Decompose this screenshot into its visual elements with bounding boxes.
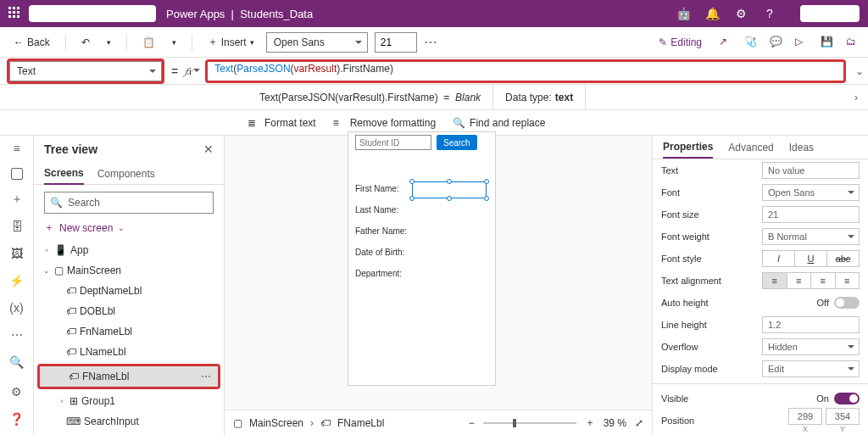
- bell-icon[interactable]: 🔔: [705, 7, 719, 20]
- paste-button[interactable]: 📋: [137, 34, 160, 51]
- hamburger-icon[interactable]: ≡: [9, 141, 25, 156]
- find-replace-button[interactable]: 🔍Find and replace: [453, 117, 545, 129]
- virtual-agent-icon[interactable]: ❓: [9, 411, 25, 427]
- tree-title: Tree view: [44, 142, 203, 156]
- checker-icon[interactable]: 🩺: [744, 36, 758, 49]
- form-label: Date of Birth:: [355, 248, 488, 257]
- selected-control[interactable]: [412, 181, 487, 198]
- equals-sign: =: [171, 64, 178, 78]
- fontsize-input[interactable]: [375, 32, 417, 53]
- more-rail-icon[interactable]: ⋯: [9, 327, 25, 343]
- left-rail: ≡ ＋ 🗄 🖼 ⚡ (x) ⋯ 🔍 ⚙ ❓: [0, 136, 34, 435]
- gear-icon[interactable]: ⚙: [734, 7, 748, 20]
- tree-node-mainscreen[interactable]: ⌄▢ MainScreen: [34, 260, 224, 281]
- zoom-in-icon[interactable]: ＋: [585, 415, 595, 430]
- tree-node-selected[interactable]: 🏷 FNameLbl⋯: [40, 366, 218, 387]
- environment-pill[interactable]: [29, 5, 156, 22]
- formula-bar: Text = 𝑓𝑥 Text(ParseJSON(varResult).Firs…: [0, 58, 868, 85]
- fx-icon[interactable]: 𝑓𝑥: [185, 65, 192, 77]
- tab-components[interactable]: Components: [97, 163, 155, 185]
- form-label: Last Name:: [355, 205, 488, 215]
- editing-mode[interactable]: ✎ Editing: [654, 34, 707, 51]
- tree-node[interactable]: ⌨ SearchInput: [34, 411, 224, 432]
- data-icon[interactable]: 🗄: [9, 219, 25, 234]
- formula-input[interactable]: Text(ParseJSON(varResult).FirstName): [208, 63, 843, 80]
- breadcrumb-main[interactable]: MainScreen: [249, 417, 303, 429]
- help-icon[interactable]: ?: [763, 7, 776, 20]
- tree-icon[interactable]: [11, 168, 23, 180]
- prop-overflow[interactable]: Hidden: [762, 338, 860, 355]
- command-bar: ← Back ↶ ▾ 📋 ▾ ＋ Insert ▾ Open Sans ⋯ ✎ …: [0, 27, 868, 58]
- paste-split[interactable]: ▾: [167, 36, 181, 49]
- prop-fontweight[interactable]: B Normal: [762, 228, 860, 245]
- fullscreen-icon[interactable]: ⤢: [635, 417, 643, 429]
- new-screen-button[interactable]: ＋ New screen ⌄: [34, 219, 224, 240]
- user-pill[interactable]: [800, 5, 860, 22]
- form-label: Father Name:: [355, 226, 488, 236]
- media-icon[interactable]: 🖼: [9, 246, 25, 261]
- prop-fontsize[interactable]: 21: [762, 206, 860, 223]
- breadcrumb-bar: ▢MainScreen › 🏷FNameLbl − ＋ 39 % ⤢: [225, 410, 652, 435]
- prop-pos-x[interactable]: 299: [788, 408, 822, 425]
- settings-icon[interactable]: ⚙: [9, 384, 25, 399]
- tab-screens[interactable]: Screens: [44, 163, 84, 185]
- prop-visible-toggle[interactable]: [834, 393, 860, 404]
- prop-pos-y[interactable]: 354: [826, 408, 860, 425]
- prop-lineheight[interactable]: 1.2: [762, 316, 860, 333]
- remove-formatting-button[interactable]: ≡Remove formatting: [333, 117, 436, 129]
- tab-ideas[interactable]: Ideas: [789, 136, 814, 159]
- undo-split[interactable]: ▾: [102, 36, 116, 49]
- canvas-area[interactable]: Search First Name: Last Name: Father Nam…: [225, 136, 652, 435]
- tree-node[interactable]: 🏷 LNameLbl: [34, 342, 224, 362]
- tree-search-input[interactable]: 🔍 Search: [44, 192, 214, 214]
- prop-autoheight-toggle[interactable]: [834, 297, 860, 309]
- tab-advanced[interactable]: Advanced: [728, 136, 773, 159]
- tree-node-app[interactable]: ›📱 App: [34, 240, 224, 260]
- more-icon[interactable]: ⋯: [424, 34, 437, 50]
- tree-panel: Tree view ✕ Screens Components 🔍 Search …: [34, 136, 225, 435]
- font-dropdown[interactable]: Open Sans: [266, 32, 368, 53]
- prop-fontstyle[interactable]: IUabc: [762, 250, 860, 267]
- result-bar: Text(ParseJSON(varResult).FirstName) = B…: [0, 85, 868, 110]
- node-more-icon[interactable]: ⋯: [201, 371, 211, 382]
- tree-node[interactable]: 🏷 FnNameLbl: [34, 321, 224, 342]
- zoom-slider[interactable]: [483, 422, 576, 424]
- form-label: Department:: [355, 269, 488, 278]
- breadcrumb-selected[interactable]: FNameLbl: [337, 417, 384, 429]
- prop-textalign[interactable]: ≡≡≡≡: [762, 272, 860, 289]
- bot-icon[interactable]: 🤖: [676, 7, 690, 20]
- undo-button[interactable]: ↶: [76, 34, 95, 51]
- search-rail-icon[interactable]: 🔍: [9, 354, 25, 370]
- insert-icon[interactable]: ＋: [9, 192, 25, 207]
- publish-icon[interactable]: 🗂: [846, 36, 860, 49]
- studentid-input[interactable]: [355, 135, 431, 150]
- prop-text-value[interactable]: No value: [762, 162, 860, 179]
- properties-panel: Properties Advanced Ideas TextNo value F…: [652, 136, 868, 435]
- prop-font-dropdown[interactable]: Open Sans: [762, 184, 860, 201]
- tree-node[interactable]: ›⊞ Group1: [34, 391, 224, 411]
- share-icon[interactable]: ↗: [719, 36, 732, 49]
- expand-formula-icon[interactable]: ⌄: [851, 65, 868, 77]
- play-icon[interactable]: ▷: [795, 36, 809, 49]
- zoom-out-icon[interactable]: −: [469, 417, 475, 429]
- search-button[interactable]: Search: [437, 135, 477, 150]
- format-text-button[interactable]: ≣Format text: [248, 117, 316, 129]
- prop-displaymode[interactable]: Edit: [762, 360, 860, 377]
- save-icon[interactable]: 💾: [821, 36, 834, 49]
- insert-button[interactable]: ＋ Insert ▾: [203, 32, 259, 52]
- comments-icon[interactable]: 💬: [770, 36, 783, 49]
- back-button[interactable]: ← Back: [8, 34, 55, 51]
- flows-icon[interactable]: ⚡: [9, 273, 25, 288]
- zoom-value: 39 %: [604, 417, 626, 429]
- tree-node[interactable]: 🏷 DOBLbl: [34, 301, 224, 321]
- close-icon[interactable]: ✕: [203, 142, 214, 156]
- result-chevron-icon[interactable]: ›: [844, 92, 868, 103]
- vars-icon[interactable]: (x): [9, 300, 25, 315]
- property-select[interactable]: Text: [9, 61, 162, 81]
- app-title: Power Apps | Students_Data: [166, 8, 313, 20]
- tree-node[interactable]: ▭ SearchBtn: [34, 432, 224, 435]
- tree-node[interactable]: 🏷 DeptNameLbl: [34, 281, 224, 301]
- phone-preview: Search First Name: Last Name: Father Nam…: [348, 131, 496, 386]
- waffle-icon[interactable]: [8, 7, 22, 20]
- tab-properties[interactable]: Properties: [663, 136, 713, 159]
